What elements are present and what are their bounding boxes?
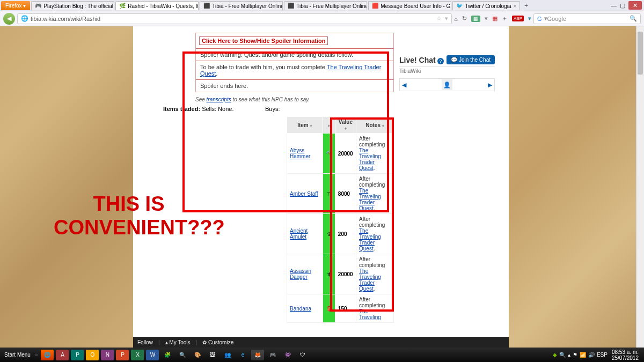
add-icon[interactable]: ＋ xyxy=(502,14,508,23)
extension-icon[interactable]: ▾ xyxy=(485,15,488,22)
chat-bubble-icon: 💬 xyxy=(451,57,457,63)
start-button[interactable]: Start Menu xyxy=(0,352,35,358)
favicon: 🌿 xyxy=(119,3,126,9)
item-link[interactable]: Abyss Hammer xyxy=(290,147,310,159)
table-row: Bandana🧣150After completing The Travelin… xyxy=(287,294,394,323)
abp-icon[interactable]: ABP xyxy=(512,16,524,21)
tb-firefox[interactable]: 🦊 xyxy=(251,350,264,360)
tray-network-icon[interactable]: 📶 xyxy=(580,352,586,358)
tray-search-icon[interactable]: 🔍 xyxy=(559,352,566,358)
item-link[interactable]: Amber Staff xyxy=(290,191,318,197)
tb-app-3[interactable]: 🔍 xyxy=(176,350,189,360)
tray-chevron-icon[interactable]: ▴ xyxy=(568,352,570,358)
stumble-icon[interactable]: ▾ xyxy=(528,15,531,22)
tb-app-1[interactable]: 🌐 xyxy=(41,350,54,360)
reload-icon[interactable]: ↻ xyxy=(462,15,467,22)
follow-button[interactable]: Follow xyxy=(137,339,153,345)
browser-tab[interactable]: 🐦Twitter / Cronologia× xyxy=(452,1,520,10)
tb-powerpoint[interactable]: P xyxy=(116,350,129,360)
dev-icon[interactable]: ▦ xyxy=(471,16,480,22)
table-header[interactable]: Item ♦ xyxy=(287,117,323,134)
home-icon[interactable]: ⌂ xyxy=(454,16,458,22)
favicon: ⬛ xyxy=(203,3,210,9)
quest-link[interactable]: The Traveling Trader Quest xyxy=(359,228,381,252)
tb-word[interactable]: W xyxy=(146,350,159,360)
quest-link[interactable]: The Traveling xyxy=(359,308,381,320)
tray-flag-icon[interactable]: ⚑ xyxy=(573,352,577,358)
quest-link[interactable]: The Traveling Trader Quest xyxy=(359,147,381,171)
scrollbar[interactable] xyxy=(636,26,644,348)
table-header[interactable]: Notes ♦ xyxy=(356,117,394,134)
item-value-cell: 200 xyxy=(335,214,356,254)
table-row: Ancient Amulet✞200After completing The T… xyxy=(287,214,394,254)
browser-tab[interactable]: 🎮PlayStation Blog : The official PlaySta… xyxy=(31,1,114,10)
tb-excel[interactable]: X xyxy=(131,350,144,360)
tray-sound-icon[interactable]: 🔊 xyxy=(588,352,595,358)
tb-photos[interactable]: 🖼 xyxy=(206,350,219,360)
item-link[interactable]: Assassin Dagger xyxy=(290,268,311,280)
bookmark-icon[interactable]: ☆ xyxy=(436,15,442,22)
chat-wiki-name: TibiaWiki xyxy=(399,68,495,74)
tray-lang[interactable]: ESP xyxy=(597,352,608,358)
chat-next-icon[interactable]: ▶ xyxy=(488,82,492,88)
help-icon[interactable]: ? xyxy=(437,58,444,64)
scroll-thumb[interactable] xyxy=(638,32,643,75)
item-notes-cell: After completing The Traveling Trader Qu… xyxy=(356,134,394,174)
maximize-button[interactable]: ▢ xyxy=(620,2,625,9)
item-notes-cell: After completing The Traveling Trader Qu… xyxy=(356,214,394,254)
minimize-button[interactable]: — xyxy=(611,2,617,9)
table-header[interactable]: Value ♦ xyxy=(335,117,356,134)
quest-link[interactable]: The Traveling Trader Quest xyxy=(359,268,381,292)
tb-publisher[interactable]: P xyxy=(71,350,84,360)
tb-ie[interactable]: e xyxy=(236,350,249,360)
customize-button[interactable]: ✿ Customize xyxy=(202,339,233,345)
transcripts-link[interactable]: transcripts xyxy=(207,97,231,102)
browser-tab[interactable]: ⬛Tibia - Free Multiplayer Online Role P.… xyxy=(200,1,283,10)
search-box[interactable]: G ▾ Google 🔍 xyxy=(533,13,641,24)
item-link[interactable]: Bandana xyxy=(290,306,311,312)
search-icon[interactable]: 🔍 xyxy=(630,15,637,22)
item-name-cell: Amber Staff xyxy=(287,174,323,214)
close-window-button[interactable]: ✕ xyxy=(628,1,642,10)
tb-game-3[interactable]: 🛡 xyxy=(296,350,309,360)
url-text: tibia.wikia.com/wiki/Rashid xyxy=(31,16,100,22)
table-header[interactable]: ♦ xyxy=(323,117,335,134)
tb-game-1[interactable]: 🎮 xyxy=(266,350,279,360)
tb-paint[interactable]: 🎨 xyxy=(191,350,204,360)
tb-game-2[interactable]: 👾 xyxy=(281,350,294,360)
tb-wlm[interactable]: 👥 xyxy=(221,350,234,360)
chat-avatar[interactable]: 👤 xyxy=(442,79,452,90)
back-button[interactable]: ◀ xyxy=(3,13,15,25)
join-chat-button[interactable]: 💬 Join the Chat xyxy=(447,55,495,64)
buys-label: Buys: xyxy=(265,106,280,112)
spoiler-box: Click Here to Show/Hide Spoiler Informat… xyxy=(195,33,394,92)
taskbar: Start Menu » 🌐 A P O N P X W 🧩 🔍 🎨 🖼 👥 e… xyxy=(0,348,644,362)
item-notes-cell: After completing The Traveling Trader Qu… xyxy=(356,174,394,214)
item-link[interactable]: Ancient Amulet xyxy=(290,228,308,240)
firefox-menu-button[interactable]: Firefox ▾ xyxy=(1,1,30,10)
browser-tab[interactable]: 🟥Message Board User Info - GameFAQs× xyxy=(368,1,451,10)
google-icon: G xyxy=(537,16,542,22)
mytools-button[interactable]: ▴ My Tools xyxy=(165,339,191,345)
chat-prev-icon[interactable]: ◀ xyxy=(402,82,406,88)
browser-tab[interactable]: ⬛Tibia - Free Multiplayer Online Role P.… xyxy=(284,1,367,10)
tab-label: PlayStation Blog : The official PlaySta.… xyxy=(43,3,114,9)
spoiler-toggle[interactable]: Click Here to Show/Hide Spoiler Informat… xyxy=(199,36,328,45)
favicon: 🎮 xyxy=(35,3,41,9)
browser-tab[interactable]: 🌿Rashid - TibiaWiki - Quests, Items, Sp.… xyxy=(115,1,199,10)
tb-access[interactable]: A xyxy=(56,350,69,360)
tb-app-2[interactable]: 🧩 xyxy=(161,350,174,360)
tab-label: Message Board User Info - GameFAQs xyxy=(380,3,451,9)
tb-outlook[interactable]: O xyxy=(86,350,99,360)
tray-nvidia-icon[interactable]: ◆ xyxy=(553,352,557,358)
new-tab-button[interactable]: + xyxy=(521,1,531,11)
grid-icon[interactable]: ▦ xyxy=(492,15,497,22)
tab-label: Twitter / Cronologia xyxy=(465,3,511,9)
tray-clock[interactable]: 08:53 a. m. 25/07/2012 xyxy=(610,349,641,361)
url-bar[interactable]: 🌐 tibia.wikia.com/wiki/Rashid ☆ ▾ xyxy=(17,13,452,24)
tab-close-icon[interactable]: × xyxy=(514,3,517,9)
dropdown-icon[interactable]: ▾ xyxy=(445,15,448,22)
quest-link[interactable]: The Traveling Trader Quest xyxy=(359,188,381,211)
tb-onenote[interactable]: N xyxy=(101,350,114,360)
globe-icon: 🌐 xyxy=(21,15,28,22)
